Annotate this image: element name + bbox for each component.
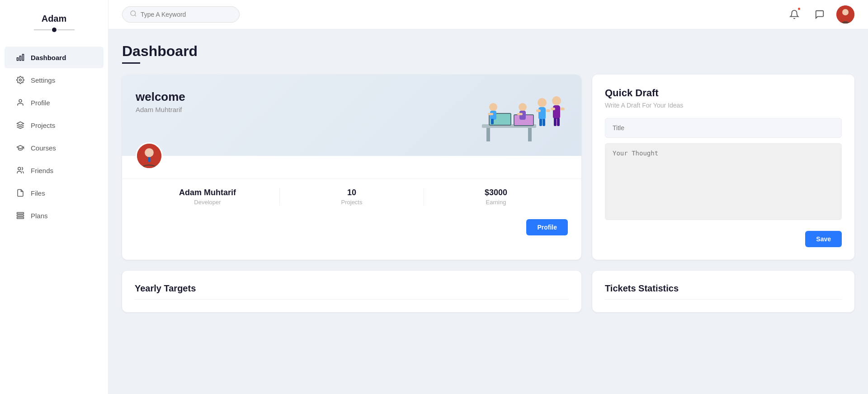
notification-button[interactable] <box>786 6 803 23</box>
courses-icon <box>15 143 25 153</box>
stat-earning-label: Earning <box>424 199 568 206</box>
svg-rect-36 <box>551 108 555 110</box>
svg-point-10 <box>131 11 136 16</box>
svg-rect-8 <box>17 215 24 216</box>
sidebar-divider <box>9 28 99 32</box>
svg-point-25 <box>519 103 527 111</box>
welcome-avatar <box>136 142 163 169</box>
search-input[interactable] <box>141 11 231 18</box>
svg-rect-21 <box>488 113 493 115</box>
svg-rect-9 <box>17 217 24 219</box>
svg-rect-15 <box>486 128 490 141</box>
svg-rect-22 <box>491 119 494 124</box>
svg-point-41 <box>145 148 154 157</box>
tickets-statistics-card: Tickets Statistics <box>592 271 854 312</box>
sidebar-item-courses[interactable]: Courses <box>5 137 104 159</box>
svg-point-4 <box>19 99 22 102</box>
gear-icon <box>15 75 25 85</box>
svg-rect-39 <box>557 118 560 126</box>
friends-icon <box>15 165 25 175</box>
stat-name-value: Adam Muhtarif <box>136 188 279 197</box>
main-area: Dashboard welcome Adam Muhtrarif <box>108 0 868 394</box>
svg-rect-38 <box>554 118 557 126</box>
svg-rect-0 <box>23 54 24 61</box>
svg-point-34 <box>552 96 561 105</box>
stat-name: Adam Muhtarif Developer <box>136 188 279 206</box>
svg-point-13 <box>842 9 849 15</box>
bottom-grid: Yearly Targets Tickets Statistics <box>122 271 854 312</box>
quick-draft-card: Quick Draft Write A Draft For Your Ideas… <box>592 75 854 260</box>
sidebar-username: Adam <box>9 14 99 24</box>
stat-earning: $3000 Earning <box>424 188 568 206</box>
page-title: Dashboard <box>122 43 854 60</box>
stat-projects: 10 Projects <box>279 188 424 206</box>
page-title-underline <box>122 62 140 64</box>
svg-rect-33 <box>542 119 545 126</box>
svg-rect-29 <box>538 107 546 120</box>
sidebar-item-friends[interactable]: Friends <box>5 159 104 181</box>
svg-point-3 <box>19 79 22 81</box>
profile-button[interactable]: Profile <box>526 219 568 235</box>
svg-rect-35 <box>553 105 560 119</box>
sidebar-item-dashboard-label: Dashboard <box>31 54 66 61</box>
svg-rect-7 <box>17 212 24 214</box>
svg-rect-30 <box>536 109 541 112</box>
svg-rect-1 <box>20 56 21 61</box>
draft-footer: Save <box>605 231 842 247</box>
sidebar-item-projects[interactable]: Projects <box>5 114 104 136</box>
sidebar-item-files-label: Files <box>31 189 45 197</box>
sidebar-item-files[interactable]: Files <box>5 182 104 204</box>
svg-point-6 <box>18 167 21 170</box>
svg-rect-2 <box>17 58 19 61</box>
divider-line-right <box>57 29 75 30</box>
avatar[interactable] <box>836 5 854 23</box>
tickets-statistics-underline <box>605 299 842 300</box>
welcome-illustration <box>468 88 568 147</box>
sidebar: Adam Dashboard Settings <box>0 0 108 394</box>
sidebar-item-profile-label: Profile <box>31 99 50 107</box>
draft-thought-textarea[interactable] <box>605 143 842 220</box>
projects-icon <box>15 120 25 130</box>
stat-earning-value: $3000 <box>424 188 568 197</box>
sidebar-item-profile[interactable]: Profile <box>5 92 104 113</box>
welcome-footer: Profile <box>122 215 581 244</box>
stat-projects-value: 10 <box>280 188 424 197</box>
sidebar-item-settings-label: Settings <box>31 76 55 84</box>
svg-point-28 <box>538 98 547 107</box>
stat-projects-label: Projects <box>280 199 424 206</box>
sidebar-item-dashboard[interactable]: Dashboard <box>5 47 104 68</box>
messages-button[interactable] <box>811 6 828 23</box>
yearly-targets-underline <box>135 299 569 300</box>
sidebar-item-projects-label: Projects <box>31 122 55 129</box>
yearly-targets-card: Yearly Targets <box>122 271 581 312</box>
yearly-targets-title: Yearly Targets <box>135 283 569 294</box>
svg-rect-16 <box>528 128 532 141</box>
sidebar-item-plans[interactable]: Plans <box>5 205 104 226</box>
svg-rect-37 <box>560 108 565 110</box>
page-title-section: Dashboard <box>122 43 854 64</box>
svg-rect-32 <box>539 119 542 126</box>
svg-rect-27 <box>517 113 523 115</box>
divider-line-left <box>34 29 51 30</box>
dashboard-grid: welcome Adam Muhtrarif <box>122 75 854 260</box>
header-actions <box>786 5 854 23</box>
svg-point-19 <box>489 103 497 111</box>
welcome-title: welcome <box>136 90 185 104</box>
save-button[interactable]: Save <box>805 231 842 247</box>
header <box>108 0 868 29</box>
search-bar[interactable] <box>122 6 240 23</box>
content-area: Dashboard welcome Adam Muhtrarif <box>108 29 868 394</box>
plans-icon <box>15 211 25 220</box>
sidebar-item-plans-label: Plans <box>31 212 48 220</box>
draft-title-input[interactable] <box>605 118 842 138</box>
welcome-profile-row <box>122 142 581 174</box>
sidebar-user: Adam <box>0 9 108 41</box>
person-icon <box>15 98 25 108</box>
divider-dot <box>52 28 57 32</box>
search-icon <box>130 10 137 19</box>
svg-marker-5 <box>17 122 24 126</box>
tickets-statistics-title: Tickets Statistics <box>605 283 842 294</box>
sidebar-item-settings[interactable]: Settings <box>5 69 104 91</box>
bar-chart-icon <box>15 52 25 62</box>
sidebar-item-friends-label: Friends <box>31 167 53 174</box>
